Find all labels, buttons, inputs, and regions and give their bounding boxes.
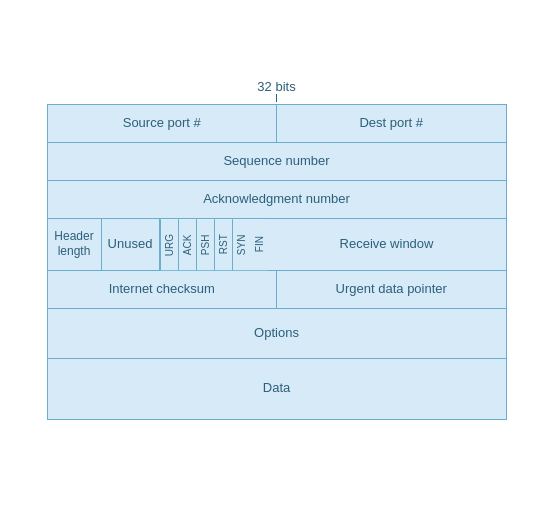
flag-rst: RST bbox=[214, 219, 232, 270]
urgent-data-pointer-cell: Urgent data pointer bbox=[277, 271, 506, 308]
flag-fin: FIN bbox=[250, 219, 268, 270]
row-checksum: Internet checksum Urgent data pointer bbox=[48, 271, 506, 309]
row-ports: Source port # Dest port # bbox=[48, 105, 506, 143]
receive-window-cell: Receive window bbox=[268, 219, 506, 270]
unused-cell: Unused bbox=[102, 219, 160, 270]
row-data: Data bbox=[48, 359, 506, 419]
flag-ack: ACK bbox=[178, 219, 196, 270]
row-sequence: Sequence number bbox=[48, 143, 506, 181]
bits-label: 32 bits bbox=[47, 79, 507, 102]
row-options: Options bbox=[48, 309, 506, 359]
options-cell: Options bbox=[48, 309, 506, 358]
flag-urg: URG bbox=[160, 219, 178, 270]
dest-port-cell: Dest port # bbox=[277, 105, 506, 142]
acknowledgment-number-cell: Acknowledgment number bbox=[48, 181, 506, 218]
sequence-number-cell: Sequence number bbox=[48, 143, 506, 180]
flags-group: URG ACK PSH RST SYN FIN bbox=[160, 219, 268, 270]
data-cell: Data bbox=[48, 359, 506, 419]
tcp-segment-diagram: 32 bits Source port # Dest port # Sequen… bbox=[27, 69, 527, 440]
flag-psh: PSH bbox=[196, 219, 214, 270]
source-port-cell: Source port # bbox=[48, 105, 278, 142]
row-acknowledgment: Acknowledgment number bbox=[48, 181, 506, 219]
header-length-cell: Header length bbox=[48, 219, 102, 270]
diagram-container: Source port # Dest port # Sequence numbe… bbox=[47, 104, 507, 420]
internet-checksum-cell: Internet checksum bbox=[48, 271, 278, 308]
flag-syn: SYN bbox=[232, 219, 250, 270]
row-flags: Header length Unused URG ACK PSH RST SYN… bbox=[48, 219, 506, 271]
